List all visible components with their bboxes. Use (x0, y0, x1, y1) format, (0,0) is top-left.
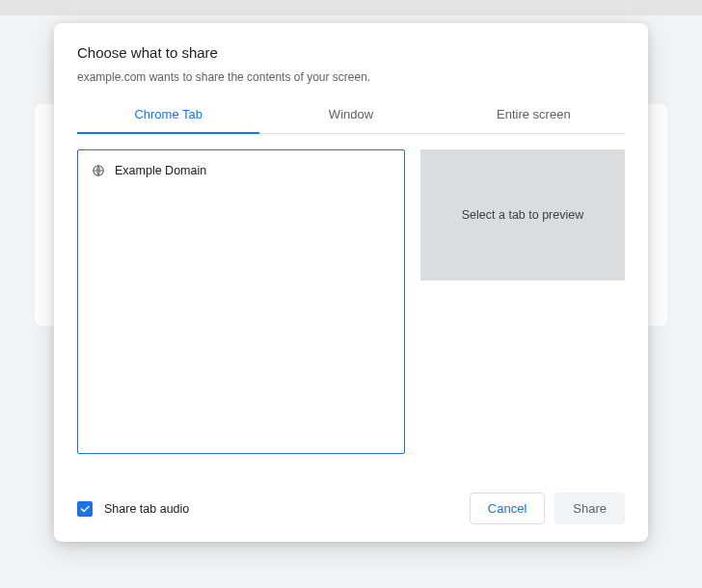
share-audio-row: Share tab audio (77, 501, 189, 517)
share-dialog: Choose what to share example.com wants t… (54, 23, 648, 542)
globe-icon (92, 164, 105, 177)
preview-placeholder: Select a tab to preview (462, 208, 583, 222)
tab-list-item-label: Example Domain (115, 164, 206, 177)
dialog-title: Choose what to share (77, 44, 625, 61)
tab-chrome-tab[interactable]: Chrome Tab (77, 97, 259, 133)
cancel-button[interactable]: Cancel (470, 493, 545, 524)
tab-entire-screen[interactable]: Entire screen (443, 97, 625, 133)
tab-list[interactable]: Example Domain (77, 149, 405, 454)
share-audio-label: Share tab audio (104, 502, 189, 516)
share-button[interactable]: Share (554, 493, 625, 524)
share-audio-checkbox[interactable] (77, 501, 93, 517)
dialog-buttons: Cancel Share (470, 493, 625, 524)
content-area: Example Domain Select a tab to preview (77, 149, 625, 481)
preview-panel: Select a tab to preview (420, 149, 625, 281)
share-type-tabs: Chrome Tab Window Entire screen (77, 97, 625, 134)
tab-list-item[interactable]: Example Domain (86, 160, 396, 181)
tab-window[interactable]: Window (259, 97, 442, 133)
dialog-footer: Share tab audio Cancel Share (77, 481, 625, 524)
dialog-subtitle: example.com wants to share the contents … (77, 70, 625, 84)
browser-topbar (0, 0, 702, 15)
